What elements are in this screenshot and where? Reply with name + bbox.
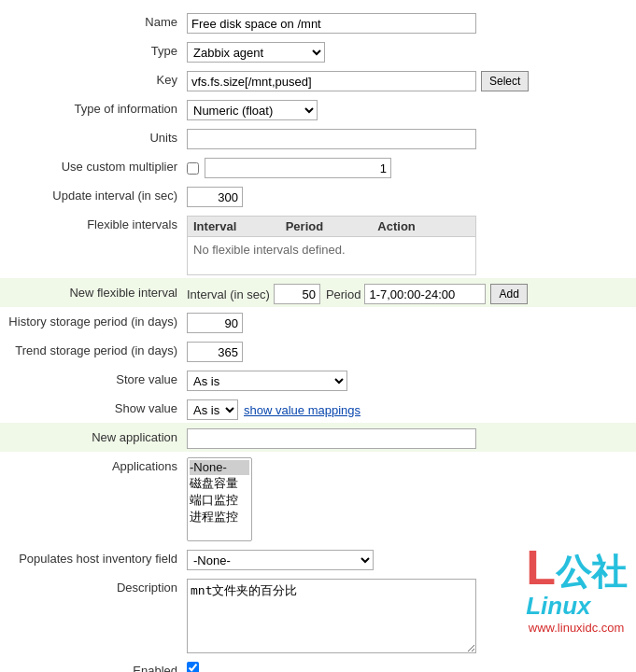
label-update-interval: Update interval (in sec) (0, 184, 187, 203)
row-enabled: Enabled (0, 656, 636, 672)
flexible-table-header: Interval Period Action (188, 217, 475, 237)
row-name: Name (0, 7, 636, 36)
label-type-info: Type of information (0, 97, 187, 116)
new-application-input[interactable] (187, 428, 476, 449)
field-key: Select (187, 68, 636, 91)
field-history (187, 310, 636, 333)
label-history: History storage period (in days) (0, 310, 187, 329)
field-flexible-intervals: Interval Period Action No flexible inter… (187, 213, 636, 275)
row-type-info: Type of information Numeric (float) Nume… (0, 94, 636, 123)
add-button[interactable]: Add (490, 284, 527, 304)
multiplier-checkbox[interactable] (187, 162, 199, 175)
interval-sec-label: Interval (in sec) (187, 287, 270, 301)
field-multiplier (187, 155, 636, 178)
units-input[interactable] (187, 129, 476, 149)
field-type: Zabbix agent Zabbix agent (active) Simpl… (187, 39, 636, 63)
applications-listbox[interactable]: -None- 磁盘容量 端口监控 进程监控 (187, 457, 252, 541)
field-trend (187, 339, 636, 362)
new-flexible-row: Interval (in sec) Period Add (187, 284, 528, 304)
row-history: History storage period (in days) (0, 307, 636, 336)
select-button[interactable]: Select (481, 71, 529, 91)
field-applications: -None- 磁盘容量 端口监控 进程监控 (187, 455, 636, 541)
row-multiplier: Use custom multiplier (0, 152, 636, 181)
field-enabled (187, 659, 636, 672)
key-input[interactable] (187, 71, 476, 91)
type-select[interactable]: Zabbix agent Zabbix agent (active) Simpl… (187, 42, 325, 63)
label-enabled: Enabled (0, 659, 187, 672)
store-value-select[interactable]: As is Delta (speed per second) Delta (si… (187, 371, 347, 391)
field-name (187, 10, 636, 34)
field-new-application (187, 426, 636, 449)
label-trend: Trend storage period (in days) (0, 339, 187, 357)
period-label: Period (326, 287, 361, 301)
label-new-application: New application (0, 426, 187, 444)
label-units: Units (0, 126, 187, 145)
period-input[interactable] (364, 284, 486, 304)
field-type-info: Numeric (float) Numeric (unsigned) Chara… (187, 97, 636, 120)
label-flexible-intervals: Flexible intervals (0, 213, 187, 231)
label-show-value: Show value (0, 397, 187, 415)
field-store-value: As is Delta (speed per second) Delta (si… (187, 368, 636, 391)
label-applications: Applications (0, 455, 187, 473)
row-applications: Applications -None- 磁盘容量 端口监控 进程监控 (0, 452, 636, 544)
show-value-mapping-link[interactable]: show value mappings (244, 403, 360, 417)
description-textarea[interactable]: mnt文件夹的百分比 (187, 579, 476, 653)
label-description: Description (0, 576, 187, 595)
multiplier-value-input[interactable] (205, 158, 391, 178)
row-flexible-intervals: Flexible intervals Interval Period Actio… (0, 210, 636, 278)
type-info-select[interactable]: Numeric (float) Numeric (unsigned) Chara… (187, 100, 318, 120)
row-store-value: Store value As is Delta (speed per secon… (0, 365, 636, 394)
enabled-checkbox[interactable] (187, 662, 199, 672)
col-period: Period (286, 219, 378, 233)
name-input[interactable] (187, 13, 476, 34)
flexible-empty-msg: No flexible intervals defined. (193, 243, 346, 257)
row-new-flexible: New flexible interval Interval (in sec) … (0, 278, 636, 307)
col-action: Action (377, 219, 470, 233)
row-update-interval: Update interval (in sec) (0, 181, 636, 210)
label-key: Key (0, 68, 187, 87)
field-populates: -None- (187, 547, 636, 570)
show-value-select[interactable]: As is (187, 399, 238, 420)
row-key: Key Select (0, 65, 636, 94)
form-container: Name Type Zabbix agent Zabbix agent (act… (0, 0, 636, 672)
row-show-value: Show value As is show value mappings (0, 394, 636, 423)
field-show-value: As is show value mappings (187, 397, 636, 420)
col-interval: Interval (193, 219, 286, 233)
row-trend: Trend storage period (in days) (0, 336, 636, 365)
field-description: mnt文件夹的百分比 (187, 576, 636, 653)
label-name: Name (0, 10, 187, 29)
row-type: Type Zabbix agent Zabbix agent (active) … (0, 36, 636, 65)
history-input[interactable] (187, 313, 243, 333)
row-units: Units (0, 123, 636, 152)
trend-input[interactable] (187, 342, 243, 362)
label-populates: Populates host inventory field (0, 547, 187, 566)
label-new-flexible: New flexible interval (0, 281, 187, 300)
row-new-application: New application (0, 423, 636, 452)
label-multiplier: Use custom multiplier (0, 155, 187, 174)
update-interval-input[interactable] (187, 187, 243, 207)
row-populates: Populates host inventory field -None- (0, 544, 636, 573)
label-type: Type (0, 39, 187, 58)
flexible-table-body: No flexible intervals defined. (188, 237, 475, 274)
flexible-intervals-table: Interval Period Action No flexible inter… (187, 216, 476, 275)
field-update-interval (187, 184, 636, 207)
inventory-select[interactable]: -None- (187, 550, 374, 570)
field-units (187, 126, 636, 149)
field-new-flexible: Interval (in sec) Period Add (187, 281, 636, 304)
label-store-value: Store value (0, 368, 187, 386)
interval-sec-input[interactable] (274, 284, 320, 304)
row-description: Description mnt文件夹的百分比 (0, 573, 636, 656)
